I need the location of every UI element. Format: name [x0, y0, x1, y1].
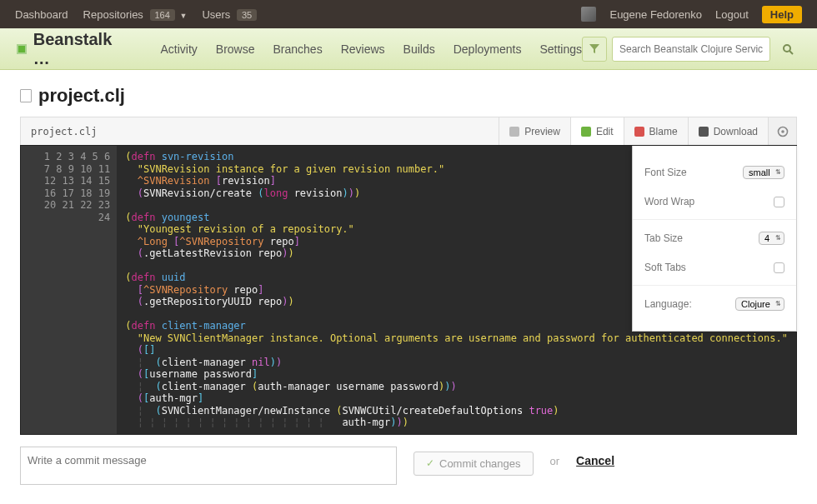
funnel-icon	[589, 44, 599, 54]
check-icon: ✓	[426, 457, 434, 469]
page-title: project.clj	[38, 85, 125, 107]
commit-button-label: Commit changes	[439, 457, 521, 470]
svg-point-0	[784, 45, 790, 52]
tab-size-select[interactable]: 4	[759, 232, 784, 245]
font-size-label: Font Size	[644, 167, 687, 178]
soft-tabs-checkbox[interactable]	[774, 262, 784, 273]
nav-repositories[interactable]: Repositories 164 ▼	[83, 8, 188, 21]
tab-builds[interactable]: Builds	[403, 42, 435, 56]
cancel-link[interactable]: Cancel	[576, 454, 614, 467]
line-number-gutter: 1 2 3 4 5 6 7 8 9 10 11 12 13 14 15 16 1…	[21, 146, 117, 434]
download-button[interactable]: Download	[688, 117, 768, 145]
blame-label: Blame	[649, 126, 678, 137]
nav-users[interactable]: Users 35	[202, 8, 257, 21]
blame-icon	[634, 127, 644, 137]
repo-title[interactable]: Beanstalk …	[17, 30, 130, 68]
tab-size-label: Tab Size	[644, 232, 683, 244]
repo-count-badge: 164	[150, 9, 175, 21]
language-select[interactable]: Clojure	[735, 297, 784, 311]
edit-icon	[581, 127, 591, 137]
svg-line-1	[789, 51, 793, 54]
tab-settings[interactable]: Settings	[539, 42, 582, 56]
avatar[interactable]	[581, 7, 596, 22]
or-text: or	[550, 455, 560, 467]
help-button[interactable]: Help	[762, 6, 802, 23]
download-label: Download	[714, 126, 758, 137]
logout-link[interactable]: Logout	[715, 8, 749, 21]
nav-users-label: Users	[202, 8, 230, 21]
svg-point-3	[781, 130, 784, 133]
repo-title-text: Beanstalk …	[33, 30, 131, 68]
soft-tabs-label: Soft Tabs	[644, 262, 686, 273]
settings-gear-button[interactable]	[768, 117, 796, 145]
tab-activity[interactable]: Activity	[160, 42, 197, 56]
repo-indicator-icon	[17, 44, 27, 54]
nav-repositories-label: Repositories	[83, 8, 143, 21]
file-icon	[20, 89, 32, 102]
tab-branches[interactable]: Branches	[273, 42, 323, 56]
user-count-badge: 35	[237, 9, 257, 21]
chevron-down-icon: ▼	[179, 12, 187, 20]
word-wrap-label: Word Wrap	[644, 196, 694, 207]
edit-button[interactable]: Edit	[570, 117, 624, 145]
editor-settings-popover: Font Size small Word Wrap Tab Size 4 Sof…	[632, 146, 797, 332]
nav-dashboard[interactable]: Dashboard	[15, 8, 68, 21]
tab-reviews[interactable]: Reviews	[341, 42, 385, 56]
preview-label: Preview	[524, 126, 560, 137]
username-link[interactable]: Eugene Fedorenko	[609, 8, 702, 21]
language-label: Language:	[644, 298, 692, 310]
preview-button[interactable]: Preview	[499, 117, 570, 145]
blame-button[interactable]: Blame	[624, 117, 688, 145]
tab-browse[interactable]: Browse	[216, 42, 255, 56]
search-icon	[782, 43, 794, 55]
preview-icon	[509, 127, 519, 137]
gear-icon	[777, 126, 789, 137]
commit-changes-button[interactable]: ✓ Commit changes	[414, 452, 534, 476]
filter-button[interactable]	[582, 37, 607, 62]
file-path: project.clj	[21, 126, 499, 137]
search-button[interactable]	[775, 37, 800, 62]
tab-deployments[interactable]: Deployments	[454, 42, 522, 56]
search-input[interactable]	[612, 37, 770, 62]
download-icon	[699, 127, 709, 137]
word-wrap-checkbox[interactable]	[774, 197, 784, 207]
edit-label: Edit	[596, 126, 614, 137]
commit-message-input[interactable]	[20, 447, 397, 485]
font-size-select[interactable]: small	[743, 166, 784, 179]
